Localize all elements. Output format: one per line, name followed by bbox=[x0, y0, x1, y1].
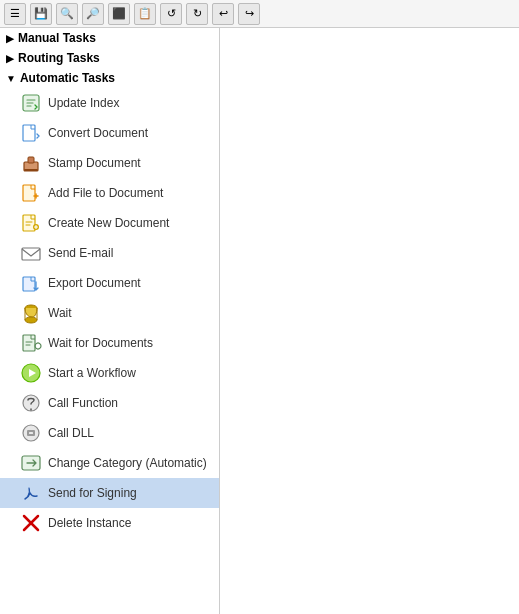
start-workflow-icon bbox=[20, 362, 42, 384]
wait-for-documents-label: Wait for Documents bbox=[48, 336, 211, 350]
sidebar-item-wait-for-documents[interactable]: Wait for Documents bbox=[0, 328, 219, 358]
workflow-canvas[interactable]: Start Chr eSignature End bbox=[220, 28, 519, 614]
manual-tasks-label: Manual Tasks bbox=[18, 31, 96, 45]
send-email-icon bbox=[20, 242, 42, 264]
call-dll-icon bbox=[20, 422, 42, 444]
create-new-document-icon bbox=[20, 212, 42, 234]
main-area: ▶ Manual Tasks ▶ Routing Tasks ▼ Automat… bbox=[0, 28, 519, 614]
sidebar-item-create-new-document[interactable]: Create New Document bbox=[0, 208, 219, 238]
manual-tasks-header[interactable]: ▶ Manual Tasks bbox=[0, 28, 219, 48]
toolbar-btn-fit[interactable]: ⬛ bbox=[108, 3, 130, 25]
sidebar-item-send-for-signing[interactable]: Send for Signing bbox=[0, 478, 219, 508]
section-automatic-tasks: ▼ Automatic Tasks Update IndexConvert Do… bbox=[0, 68, 219, 538]
toolbar-btn-undo[interactable]: ↺ bbox=[160, 3, 182, 25]
update-index-icon bbox=[20, 92, 42, 114]
svg-rect-1 bbox=[23, 125, 35, 141]
wait-for-documents-icon bbox=[20, 332, 42, 354]
start-workflow-label: Start a Workflow bbox=[48, 366, 211, 380]
automatic-tasks-arrow: ▼ bbox=[6, 73, 16, 84]
svg-rect-9 bbox=[23, 277, 35, 291]
send-for-signing-label: Send for Signing bbox=[48, 486, 211, 500]
sidebar-item-update-index[interactable]: Update Index bbox=[0, 88, 219, 118]
add-file-label: Add File to Document bbox=[48, 186, 211, 200]
section-routing-tasks: ▶ Routing Tasks bbox=[0, 48, 219, 68]
sidebar-item-add-file[interactable]: Add File to Document bbox=[0, 178, 219, 208]
call-dll-label: Call DLL bbox=[48, 426, 211, 440]
stamp-document-icon bbox=[20, 152, 42, 174]
routing-tasks-arrow: ▶ bbox=[6, 53, 14, 64]
toolbar-btn-redo[interactable]: ↻ bbox=[186, 3, 208, 25]
wait-icon bbox=[20, 302, 42, 324]
sidebar-item-delete-instance[interactable]: Delete Instance bbox=[0, 508, 219, 538]
section-manual-tasks: ▶ Manual Tasks bbox=[0, 28, 219, 48]
toolbar-btn-zoomout[interactable]: 🔎 bbox=[82, 3, 104, 25]
sidebar-item-convert-document[interactable]: Convert Document bbox=[0, 118, 219, 148]
add-file-icon bbox=[20, 182, 42, 204]
call-function-label: Call Function bbox=[48, 396, 211, 410]
send-for-signing-icon bbox=[20, 482, 42, 504]
toolbar-btn-copy[interactable]: 📋 bbox=[134, 3, 156, 25]
convert-document-label: Convert Document bbox=[48, 126, 211, 140]
update-index-label: Update Index bbox=[48, 96, 211, 110]
sidebar-item-change-category[interactable]: Change Category (Automatic) bbox=[0, 448, 219, 478]
toolbar: ☰ 💾 🔍 🔎 ⬛ 📋 ↺ ↻ ↩ ↪ bbox=[0, 0, 519, 28]
sidebar-item-start-workflow[interactable]: Start a Workflow bbox=[0, 358, 219, 388]
svg-rect-3 bbox=[28, 157, 34, 163]
delete-instance-icon bbox=[20, 512, 42, 534]
svg-rect-8 bbox=[22, 248, 40, 260]
routing-tasks-header[interactable]: ▶ Routing Tasks bbox=[0, 48, 219, 68]
toolbar-btn-back[interactable]: ↩ bbox=[212, 3, 234, 25]
svg-rect-14 bbox=[23, 335, 35, 351]
svg-rect-20 bbox=[29, 432, 33, 434]
automatic-tasks-label: Automatic Tasks bbox=[20, 71, 115, 85]
manual-tasks-arrow: ▶ bbox=[6, 33, 14, 44]
svg-rect-6 bbox=[23, 215, 35, 231]
sidebar-item-export-document[interactable]: Export Document bbox=[0, 268, 219, 298]
delete-instance-label: Delete Instance bbox=[48, 516, 211, 530]
automatic-tasks-items: Update IndexConvert DocumentStamp Docume… bbox=[0, 88, 219, 538]
sidebar-item-wait[interactable]: Wait bbox=[0, 298, 219, 328]
convert-document-icon bbox=[20, 122, 42, 144]
sidebar-item-stamp-document[interactable]: Stamp Document bbox=[0, 148, 219, 178]
stamp-document-label: Stamp Document bbox=[48, 156, 211, 170]
sidebar: ▶ Manual Tasks ▶ Routing Tasks ▼ Automat… bbox=[0, 28, 220, 614]
toolbar-btn-save[interactable]: 💾 bbox=[30, 3, 52, 25]
svg-rect-5 bbox=[23, 185, 35, 201]
routing-tasks-label: Routing Tasks bbox=[18, 51, 100, 65]
export-document-label: Export Document bbox=[48, 276, 211, 290]
automatic-tasks-header[interactable]: ▼ Automatic Tasks bbox=[0, 68, 219, 88]
sidebar-item-call-function[interactable]: Call Function bbox=[0, 388, 219, 418]
change-category-label: Change Category (Automatic) bbox=[48, 456, 211, 470]
change-category-icon bbox=[20, 452, 42, 474]
call-function-icon bbox=[20, 392, 42, 414]
toolbar-btn-forward[interactable]: ↪ bbox=[238, 3, 260, 25]
svg-point-13 bbox=[25, 317, 37, 323]
svg-rect-4 bbox=[24, 169, 38, 171]
sidebar-item-call-dll[interactable]: Call DLL bbox=[0, 418, 219, 448]
toolbar-btn-menu[interactable]: ☰ bbox=[4, 3, 26, 25]
wait-label: Wait bbox=[48, 306, 211, 320]
sidebar-item-send-email[interactable]: Send E-mail bbox=[0, 238, 219, 268]
export-document-icon bbox=[20, 272, 42, 294]
create-new-document-label: Create New Document bbox=[48, 216, 211, 230]
toolbar-btn-zoomin[interactable]: 🔍 bbox=[56, 3, 78, 25]
send-email-label: Send E-mail bbox=[48, 246, 211, 260]
